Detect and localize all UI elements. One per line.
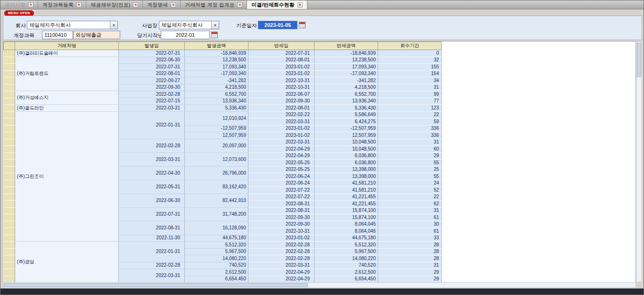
settle-date-cell[interactable]: 2022-05-25	[248, 166, 314, 173]
row-selector[interactable]	[4, 269, 15, 276]
tab-account-register[interactable]: 계정과목등록×	[38, 0, 86, 9]
settle-amount-cell[interactable]: 5,967,500	[314, 248, 378, 255]
row-selector[interactable]	[4, 235, 15, 242]
customer-name-cell[interactable]: (주)골드라인	[15, 105, 119, 112]
occur-amount-cell[interactable]: 12,507,959	[185, 132, 248, 139]
tab-receivable-ledger[interactable]: 채권채무장(전표)×	[86, 0, 143, 9]
settle-date-cell[interactable]: 2022-04-29	[248, 276, 314, 283]
tab-close-icon[interactable]: ×	[28, 2, 33, 8]
occur-amount-cell[interactable]: -18,846,939	[185, 50, 248, 57]
settle-amount-cell[interactable]: 14,080,220	[314, 255, 378, 262]
row-selector[interactable]	[4, 91, 15, 98]
row-selector[interactable]	[4, 152, 15, 160]
site-combobox[interactable]: 제일제지주식회사 ▼	[159, 21, 219, 29]
settle-date-cell[interactable]: 2022-03-31	[248, 262, 314, 269]
period-start-input[interactable]: 2022-01	[161, 31, 210, 39]
row-selector[interactable]	[4, 187, 15, 194]
settle-date-cell[interactable]: 2022-08-01	[248, 105, 314, 112]
settle-date-cell[interactable]: 2022-04-29	[248, 152, 314, 160]
collect-days-cell[interactable]: 28	[378, 255, 442, 262]
occur-amount-cell[interactable]: 14,080,220	[185, 255, 248, 262]
collect-days-cell[interactable]: 22	[378, 194, 442, 201]
occur-date-cell[interactable]: 2022-08-31	[119, 221, 185, 235]
settle-date-cell[interactable]: 2022-10-31	[248, 77, 314, 84]
row-selector[interactable]	[4, 160, 15, 167]
tab-close-icon[interactable]: ×	[133, 2, 138, 8]
occur-amount-cell[interactable]: 13,936,340	[185, 98, 248, 105]
settle-amount-cell[interactable]: 6,654,450	[314, 276, 378, 283]
settle-date-cell[interactable]: 2023-01-02	[248, 132, 314, 139]
settle-amount-cell[interactable]: 4,218,500	[314, 84, 378, 91]
occur-amount-cell[interactable]: 83,162,420	[185, 180, 248, 194]
settle-amount-cell[interactable]: 15,874,100	[314, 214, 378, 221]
occur-date-cell[interactable]: 2022-07-31	[119, 64, 185, 71]
settle-date-cell[interactable]: 2022-07-22	[248, 194, 314, 201]
settle-date-cell[interactable]: 2022-03-31	[248, 139, 314, 146]
occur-amount-cell[interactable]: 5,967,500	[185, 248, 248, 255]
occur-date-cell[interactable]: 2022-06-30	[119, 194, 185, 207]
settle-date-cell[interactable]: 2022-06-24	[248, 180, 314, 187]
collect-days-cell[interactable]: 25	[378, 166, 442, 173]
row-selector[interactable]	[4, 166, 15, 173]
row-selector[interactable]	[4, 70, 15, 77]
occur-amount-cell[interactable]: -17,093,340	[185, 70, 248, 77]
settle-date-cell[interactable]: 2023-01-02	[248, 64, 314, 71]
tab-close-icon[interactable]: ×	[297, 2, 303, 8]
row-selector[interactable]	[4, 242, 15, 249]
settle-amount-cell[interactable]: 6,424,275	[314, 118, 378, 126]
vertical-scrollbar[interactable]	[636, 42, 642, 282]
occur-date-cell[interactable]: 2022-05-31	[119, 180, 185, 194]
col-header-collect-period[interactable]: 회수기간	[378, 42, 442, 50]
occur-amount-cell[interactable]: 6,552,700	[185, 91, 248, 98]
col-header-occur-amount[interactable]: 발생금액	[185, 42, 248, 50]
row-selector[interactable]	[4, 64, 15, 71]
tab-close-icon[interactable]: ×	[237, 2, 242, 8]
settle-date-cell[interactable]: 2022-07-31	[248, 50, 314, 57]
occur-amount-cell[interactable]: 26,796,000	[185, 166, 248, 180]
chevron-down-icon[interactable]: ▼	[110, 21, 117, 29]
settle-amount-cell[interactable]: 2,612,500	[314, 269, 378, 276]
settle-date-cell[interactable]: 2022-09-30	[248, 98, 314, 105]
collect-days-cell[interactable]: 60	[378, 146, 442, 153]
row-selector[interactable]	[4, 262, 15, 269]
collect-days-cell[interactable]: 29	[378, 276, 442, 283]
collect-days-cell[interactable]: 99	[378, 91, 442, 98]
col-header-occur-date[interactable]: 발생일	[119, 42, 185, 50]
collect-days-cell[interactable]: 31	[378, 139, 442, 146]
settle-amount-cell[interactable]: 15,874,100	[314, 207, 378, 214]
tab-close-icon[interactable]: ×	[171, 2, 176, 8]
settle-amount-cell[interactable]: 5,336,430	[314, 105, 378, 112]
settle-date-cell[interactable]: 2022-06-07	[248, 91, 314, 98]
settle-amount-cell[interactable]: 13,398,000	[314, 173, 378, 180]
occur-date-cell[interactable]: 2022-03-31	[119, 105, 185, 112]
settle-amount-cell[interactable]: 41,581,210	[314, 180, 378, 187]
occur-amount-cell[interactable]: 740,520	[185, 262, 248, 269]
collect-days-cell[interactable]: 336	[378, 132, 442, 139]
customer-name-cell[interactable]: (주)거림트렌드	[15, 57, 119, 91]
collect-days-cell[interactable]: 77	[378, 98, 442, 105]
base-date-input[interactable]: 2023-01-05	[258, 21, 297, 29]
row-selector[interactable]	[4, 77, 15, 84]
vertical-scrollbar-thumb[interactable]	[637, 43, 641, 77]
occur-date-cell[interactable]: 2022-06-30	[119, 57, 185, 64]
collect-days-cell[interactable]: 30	[378, 221, 442, 228]
collect-days-cell[interactable]: 55	[378, 173, 442, 180]
settle-amount-cell[interactable]: -12,507,959	[314, 125, 378, 132]
collect-days-cell[interactable]: 31	[378, 207, 442, 214]
row-selector[interactable]	[4, 214, 15, 221]
collect-days-cell[interactable]: 61	[378, 228, 442, 235]
row-selector[interactable]	[4, 180, 15, 187]
settle-amount-cell[interactable]: -17,093,340	[314, 70, 378, 77]
collect-days-cell[interactable]: 59	[378, 118, 442, 126]
occur-amount-cell[interactable]: 82,442,910	[185, 194, 248, 207]
settle-amount-cell[interactable]: -18,846,939	[314, 50, 378, 57]
row-selector[interactable]	[4, 84, 15, 91]
settle-amount-cell[interactable]: 44,675,180	[314, 235, 378, 242]
col-header-settle-amount[interactable]: 반제금액	[314, 42, 378, 50]
collect-days-cell[interactable]: 28	[378, 242, 442, 249]
occur-date-cell[interactable]: 2022-04-30	[119, 166, 185, 180]
collect-days-cell[interactable]: 336	[378, 125, 442, 132]
occur-date-cell[interactable]: 2022-08-01	[119, 70, 185, 77]
row-selector[interactable]	[4, 221, 15, 228]
tab-close-icon[interactable]: ×	[76, 2, 82, 8]
